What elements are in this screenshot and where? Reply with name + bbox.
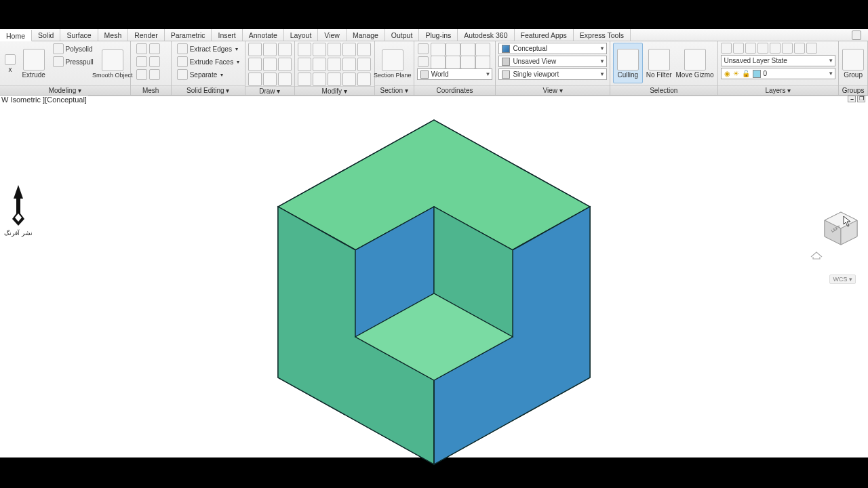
help-icon[interactable] (852, 30, 861, 40)
modify-tool[interactable] (298, 58, 311, 71)
tab-manage[interactable]: Manage (347, 29, 385, 41)
coord-tool[interactable] (460, 43, 475, 56)
extrude-button[interactable]: Extrude (19, 43, 49, 83)
viewport-minimize[interactable]: ‒ (848, 96, 856, 102)
modify-tool[interactable] (342, 43, 356, 56)
viewcube-home-icon[interactable] (810, 250, 825, 260)
coord-tool[interactable] (431, 43, 446, 56)
tab-layout[interactable]: Layout (284, 29, 319, 41)
viewport-icon (502, 70, 510, 79)
mesh-tool-2[interactable] (134, 56, 163, 68)
drawing-canvas[interactable]: نشر آفرنگ (0, 105, 868, 458)
extrude-faces-button[interactable]: Extrude Faces▾ (174, 56, 242, 68)
tab-surface[interactable]: Surface (60, 29, 98, 41)
coord-tool[interactable] (475, 56, 490, 69)
panel-title-draw[interactable]: Draw ▾ (245, 86, 294, 96)
saved-view-dropdown[interactable]: Unsaved View▼ (498, 56, 607, 67)
tab-mesh[interactable]: Mesh (98, 29, 129, 41)
tab-annotate[interactable]: Annotate (243, 29, 284, 41)
draw-tool[interactable] (248, 73, 262, 86)
modify-tool[interactable] (328, 73, 341, 86)
coord-tool[interactable] (431, 56, 446, 69)
panel-title-solid-editing[interactable]: Solid Editing ▾ (172, 85, 245, 95)
separate-button[interactable]: Separate▾ (174, 68, 242, 81)
tab-parametric[interactable]: Parametric (165, 29, 212, 41)
tab-render[interactable]: Render (128, 29, 164, 41)
layer-tool[interactable] (770, 43, 781, 54)
modify-tool[interactable] (313, 58, 326, 71)
draw-tool[interactable] (278, 73, 292, 86)
smooth-object-button[interactable]: Smooth Object (98, 43, 127, 83)
extract-edges-button[interactable]: Extract Edges▾ (174, 43, 242, 55)
viewport-label[interactable]: W Isometric ][Conceptual] (0, 96, 88, 104)
mesh-tool-3[interactable] (134, 68, 163, 81)
modify-tool[interactable] (357, 58, 371, 71)
draw-tool[interactable] (263, 58, 277, 71)
modify-tool[interactable] (342, 73, 356, 86)
tab-autodesk-360[interactable]: Autodesk 360 (458, 29, 514, 41)
modify-tool[interactable] (328, 58, 341, 71)
panel-title-layers[interactable]: Layers ▾ (718, 85, 839, 95)
panel-title-section[interactable]: Section ▾ (375, 85, 414, 95)
modify-tool[interactable] (313, 43, 326, 56)
polysolid-button[interactable]: Polysolid (50, 43, 96, 55)
modify-tool[interactable] (328, 43, 341, 56)
draw-tool[interactable] (263, 73, 277, 86)
tab-plug-ins[interactable]: Plug-ins (419, 29, 458, 41)
modify-tool[interactable] (342, 58, 356, 71)
modify-tool[interactable] (298, 73, 311, 86)
culling-button[interactable]: Culling (613, 43, 643, 83)
panel-view: Conceptual▼ Unsaved View▼ Single viewpor… (496, 41, 610, 95)
ucs-dropdown[interactable]: World▼ (417, 68, 493, 80)
layer-tool[interactable] (806, 43, 817, 54)
modify-tool[interactable] (298, 43, 311, 56)
visual-style-dropdown[interactable]: Conceptual▼ (498, 43, 607, 54)
draw-tool[interactable] (248, 58, 262, 71)
modify-tool[interactable] (357, 43, 371, 56)
panel-title-modify[interactable]: Modify ▾ (295, 86, 374, 96)
coord-tool[interactable] (417, 56, 429, 68)
3d-solid-object[interactable] (277, 119, 591, 466)
coord-tool[interactable] (417, 43, 429, 55)
coord-tool[interactable] (446, 56, 460, 69)
viewport-config-dropdown[interactable]: Single viewport▼ (498, 68, 607, 80)
layer-tool[interactable] (745, 43, 756, 54)
tab-insert[interactable]: Insert (212, 29, 242, 41)
coord-tool[interactable] (446, 43, 460, 56)
viewport-restore[interactable]: ❐ (857, 96, 865, 102)
modify-tool[interactable] (313, 73, 326, 86)
box-split-button[interactable]: x (3, 43, 18, 83)
draw-tool[interactable] (263, 43, 277, 56)
mesh-tool-1[interactable] (134, 43, 163, 55)
tab-solid[interactable]: Solid (32, 29, 60, 41)
tab-featured-apps[interactable]: Featured Apps (515, 29, 574, 41)
coord-tool[interactable] (460, 56, 475, 69)
presspull-button[interactable]: Presspull (50, 56, 96, 68)
draw-tool[interactable] (278, 43, 292, 56)
layer-state-dropdown[interactable]: Unsaved Layer State▼ (721, 55, 836, 66)
presspull-icon (53, 56, 64, 67)
section-plane-button[interactable]: Section Plane (378, 43, 408, 83)
wcs-indicator[interactable]: WCS ▾ (829, 274, 856, 284)
move-gizmo-button[interactable]: Move Gizmo (675, 43, 715, 83)
current-layer-dropdown[interactable]: ◉ ☀ 🔓 0▼ (721, 68, 836, 79)
draw-tool[interactable] (248, 43, 262, 56)
panel-title-view[interactable]: View ▾ (496, 85, 610, 95)
layer-tool[interactable] (782, 43, 793, 54)
group-button[interactable]: Group (842, 43, 865, 83)
draw-tool[interactable] (278, 58, 292, 71)
tab-express-tools[interactable]: Express Tools (574, 29, 631, 41)
layer-tool[interactable] (794, 43, 805, 54)
no-filter-button[interactable]: No Filter (644, 43, 674, 83)
coord-tool[interactable] (475, 43, 490, 56)
tab-home[interactable]: Home (0, 30, 32, 41)
panel-selection: Culling No Filter Move Gizmo Selection (610, 41, 718, 95)
layer-tool[interactable] (757, 43, 768, 54)
modify-tool[interactable] (357, 73, 371, 86)
layer-tool[interactable] (721, 43, 732, 54)
layer-tool[interactable] (733, 43, 744, 54)
panel-title-modeling[interactable]: Modeling ▾ (0, 85, 130, 95)
tab-view[interactable]: View (318, 29, 347, 41)
tab-output[interactable]: Output (385, 29, 420, 41)
viewcube[interactable]: LEFT (821, 208, 861, 249)
